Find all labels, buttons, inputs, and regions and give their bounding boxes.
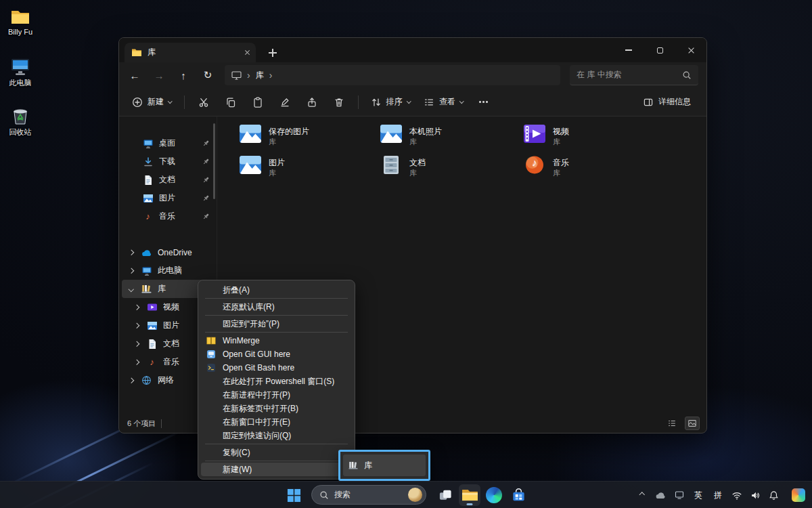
details-pane-button[interactable]: 详细信息 — [637, 91, 697, 113]
chevron-right-icon[interactable] — [127, 251, 135, 255]
pin-icon — [202, 176, 210, 184]
menu-item-winmerge[interactable]: WinMerge — [201, 334, 352, 347]
edge-button[interactable] — [483, 484, 505, 506]
title-bar[interactable]: 库 — [119, 38, 706, 62]
wifi-icon[interactable] — [731, 486, 742, 504]
breadcrumb-separator[interactable]: › — [269, 70, 273, 80]
search-box[interactable]: 在 库 中搜索 — [570, 65, 698, 85]
menu-item-label: 复制(C) — [223, 447, 346, 459]
view-button-label: 查看 — [439, 96, 455, 108]
sidebar-item-documents[interactable]: 文档 — [119, 171, 217, 189]
new-tab-button[interactable] — [265, 45, 280, 60]
language-indicator[interactable]: 英 — [692, 486, 704, 504]
menu-item-git-bash[interactable]: Open Git Bash here — [201, 361, 352, 375]
delete-button[interactable] — [326, 91, 352, 113]
sidebar-item-this-pc[interactable]: 此电脑 — [119, 261, 217, 280]
library-item-camera-roll[interactable]: 本机照片库 — [371, 122, 507, 152]
library-item-videos[interactable]: 视频库 — [515, 122, 650, 152]
refresh-button[interactable]: ↻ — [196, 65, 219, 85]
search-placeholder: 在 库 中搜索 — [577, 69, 677, 81]
library-item-documents[interactable]: 文档库 — [371, 153, 507, 183]
item-name: 图片 — [269, 157, 285, 168]
sidebar-item-music[interactable]: ♪ 音乐 — [119, 207, 217, 226]
menu-item-git-gui[interactable]: Open Git GUI here — [201, 347, 352, 361]
library-item-pictures[interactable]: 图片库 — [231, 153, 366, 183]
sidebar-item-onedrive[interactable]: OneDrive — [119, 243, 217, 261]
item-type: 库 — [409, 137, 442, 146]
tab-close-icon[interactable] — [244, 49, 250, 56]
item-name: 视频 — [553, 126, 569, 137]
volume-icon[interactable] — [750, 486, 761, 504]
menu-item-label: 固定到“开始”(P) — [223, 318, 346, 330]
pictures-library-icon — [239, 155, 262, 183]
library-item-music[interactable]: ♪ 音乐库 — [515, 153, 650, 183]
start-button[interactable] — [283, 484, 304, 506]
new-button[interactable]: 新建 — [126, 91, 178, 113]
search-highlight-icon[interactable] — [408, 488, 422, 502]
back-button[interactable]: ← — [123, 65, 146, 85]
menu-item-restore-default-libraries[interactable]: 还原默认库(R) — [201, 300, 352, 314]
taskbar: 搜索 英 拼 — [0, 481, 812, 508]
chevron-right-icon[interactable] — [133, 360, 141, 364]
tray-chevron-up-icon[interactable] — [637, 486, 648, 504]
address-bar[interactable]: › 库 › — [225, 65, 560, 85]
details-view-toggle[interactable] — [664, 417, 679, 430]
cut-button[interactable] — [191, 91, 217, 113]
close-button[interactable] — [675, 38, 706, 62]
item-type: 库 — [553, 168, 569, 177]
menu-item-open-in-new-window[interactable]: 在新窗口中打开(E) — [201, 415, 352, 429]
library-item-saved-pictures[interactable]: 保存的图片库 — [231, 122, 366, 152]
rename-button[interactable] — [272, 91, 298, 113]
minimize-button[interactable] — [613, 38, 644, 62]
forward-button[interactable]: → — [148, 65, 171, 85]
paste-button[interactable] — [245, 91, 271, 113]
breadcrumb-item[interactable]: 库 — [256, 70, 264, 81]
widget-tray-icon[interactable] — [786, 486, 805, 504]
chevron-right-icon[interactable] — [127, 269, 135, 273]
task-view-button[interactable] — [434, 484, 456, 506]
menu-item-open-in-new-process[interactable]: 在新进程中打开(P) — [201, 388, 352, 402]
desktop-icon-recycle-bin[interactable]: 回收站 — [0, 105, 42, 137]
store-button[interactable] — [508, 484, 529, 506]
menu-item-new[interactable]: 新建(W) › — [201, 463, 352, 476]
notification-bell-icon[interactable] — [768, 486, 779, 504]
desktop-icon-this-pc[interactable]: 此电脑 — [0, 56, 42, 88]
tray-app-icon[interactable] — [674, 486, 685, 504]
more-button[interactable] — [471, 91, 497, 113]
explorer-tab[interactable]: 库 — [125, 43, 256, 62]
desktop-icon-user-folder[interactable]: Billy Fu — [0, 5, 42, 36]
copy-button[interactable] — [218, 91, 244, 113]
menu-item-open-in-new-tab[interactable]: 在新标签页中打开(B) — [201, 402, 352, 415]
monitor-icon — [141, 266, 152, 276]
menu-item-open-powershell[interactable]: 在此处打开 Powershell 窗口(S) — [201, 375, 352, 388]
chevron-right-icon[interactable] — [133, 342, 141, 346]
menu-separator — [205, 332, 348, 333]
share-button[interactable] — [299, 91, 325, 113]
menu-item-pin-to-start[interactable]: 固定到“开始”(P) — [201, 317, 352, 331]
chevron-right-icon[interactable] — [133, 324, 141, 328]
sort-button[interactable]: 排序 — [365, 91, 417, 113]
menu-item-collapse[interactable]: 折叠(A) — [201, 283, 352, 297]
maximize-button[interactable] — [644, 38, 675, 62]
chevron-right-icon[interactable] — [127, 379, 135, 383]
view-button[interactable]: 查看 — [418, 91, 470, 113]
pin-icon — [202, 194, 210, 202]
onedrive-tray-icon[interactable] — [655, 486, 667, 504]
submenu-item-library[interactable]: 库 — [343, 454, 426, 476]
ime-indicator[interactable]: 拼 — [712, 486, 724, 504]
sidebar-item-desktop[interactable]: 桌面 — [119, 134, 217, 152]
chevron-right-icon[interactable] — [133, 305, 141, 310]
menu-item-label: 在新标签页中打开(B) — [223, 403, 346, 415]
menu-item-copy[interactable]: 复制(C) — [201, 446, 352, 459]
command-bar: 新建 — [119, 88, 706, 117]
thumbnail-view-toggle[interactable] — [685, 417, 700, 430]
sidebar-item-downloads[interactable]: 下载 — [119, 152, 217, 171]
menu-item-pin-to-quick-access[interactable]: 固定到快速访问(Q) — [201, 429, 352, 442]
sidebar-item-pictures[interactable]: 图片 — [119, 189, 217, 207]
file-explorer-button[interactable] — [459, 484, 480, 506]
up-button[interactable]: ↑ — [172, 65, 195, 85]
taskbar-search[interactable]: 搜索 — [311, 485, 426, 505]
recycle-bin-icon — [0, 105, 42, 125]
chevron-down-icon[interactable] — [127, 287, 135, 291]
search-icon[interactable] — [682, 70, 692, 80]
